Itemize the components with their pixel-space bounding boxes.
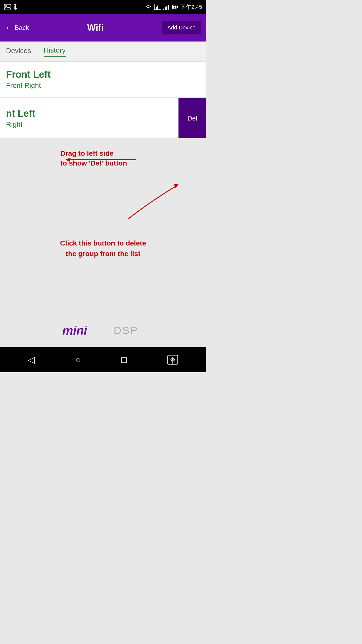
list-item-swiped[interactable]: nt Left Right Del bbox=[0, 98, 206, 138]
app-title: Wifi bbox=[87, 22, 104, 33]
svg-rect-12 bbox=[163, 9, 164, 10]
item-secondary-text: Front Right bbox=[6, 82, 200, 90]
swiped-primary-text: nt Left bbox=[6, 108, 172, 119]
nav-extra-button[interactable] bbox=[167, 355, 178, 365]
back-button[interactable]: ← Back bbox=[5, 23, 29, 32]
svg-rect-5 bbox=[16, 7, 17, 9]
nav-bar: ◁ ○ □ bbox=[0, 347, 206, 372]
svg-rect-13 bbox=[165, 7, 166, 10]
back-label: Back bbox=[15, 24, 29, 32]
svg-marker-24 bbox=[174, 184, 178, 188]
battery-icon bbox=[172, 4, 178, 10]
list-item-normal[interactable]: Front Left Front Right bbox=[0, 62, 206, 97]
svg-text:mini: mini bbox=[62, 324, 87, 337]
svg-rect-14 bbox=[166, 6, 167, 10]
tab-history[interactable]: History bbox=[44, 46, 66, 57]
annotation-area: Drag to left side to show 'Del' button C… bbox=[0, 138, 206, 314]
drag-annotation-text: Drag to left side to show 'Del' button bbox=[60, 148, 127, 168]
dsp-logo-svg: DSP bbox=[114, 322, 144, 337]
svg-text:DSP: DSP bbox=[114, 325, 138, 336]
svg-rect-17 bbox=[177, 6, 178, 8]
app-bar: ← Back Wifi Add Device bbox=[0, 14, 206, 42]
back-arrow-icon: ← bbox=[5, 23, 13, 32]
status-time: 下午2:45 bbox=[180, 3, 202, 11]
status-bar: 2 下午2:45 bbox=[0, 0, 206, 14]
del-button[interactable]: Del bbox=[178, 98, 206, 138]
image-icon bbox=[4, 4, 11, 10]
nav-home-button[interactable]: ○ bbox=[75, 354, 81, 365]
minidsp-logo-svg: mini bbox=[62, 322, 113, 337]
svg-text:2: 2 bbox=[157, 5, 158, 7]
svg-rect-15 bbox=[168, 5, 169, 10]
signal1-icon: 2 bbox=[154, 4, 161, 10]
logo-area: mini DSP bbox=[0, 314, 206, 345]
swiped-content: nt Left Right bbox=[0, 98, 178, 138]
swiped-secondary-text: Right bbox=[6, 120, 172, 129]
add-device-button[interactable]: Add Device bbox=[162, 21, 201, 34]
item-primary-text: Front Left bbox=[6, 69, 200, 80]
signal2-icon bbox=[163, 4, 170, 10]
status-left-icons bbox=[4, 4, 17, 10]
wifi-icon bbox=[145, 4, 152, 10]
status-right-icons: 2 下午2:45 bbox=[145, 3, 202, 11]
svg-point-4 bbox=[14, 7, 15, 8]
logo: mini DSP bbox=[62, 322, 144, 337]
svg-rect-9 bbox=[159, 5, 160, 10]
tab-devices[interactable]: Devices bbox=[6, 47, 31, 56]
nav-back-button[interactable]: ◁ bbox=[28, 354, 35, 365]
svg-rect-0 bbox=[4, 4, 11, 10]
tabs-bar: Devices History bbox=[0, 42, 206, 62]
nav-recent-button[interactable]: □ bbox=[121, 354, 127, 365]
usb-icon bbox=[14, 4, 17, 10]
click-annotation-text: Click this button to delete the group fr… bbox=[60, 238, 146, 259]
